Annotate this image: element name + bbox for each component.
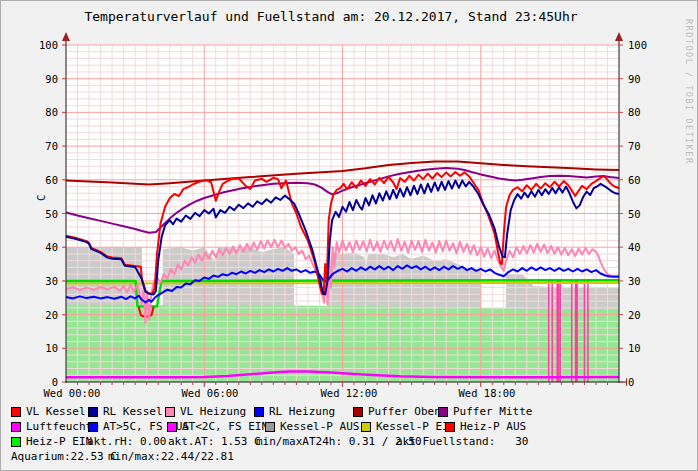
legend-swatch [438, 407, 448, 417]
legend-label: akt.Fuellstand: 30 [396, 435, 528, 448]
x-tick-label: Wed 18:00 [447, 387, 527, 399]
legend-item: min/max:22.44/22.81 [108, 450, 234, 463]
y-tick-label-left: 100 [20, 39, 58, 51]
legend-item: Luftfeuchte [11, 420, 99, 433]
legend-swatch [88, 422, 98, 432]
series-kessel_p_ein [66, 283, 619, 284]
y-tick-label-right: 80 [628, 106, 662, 118]
axis-arrow-right [626, 378, 627, 386]
legend-label: VL Heizung [180, 405, 246, 418]
legend-item: RL Kessel [88, 405, 163, 418]
x-tick-label: Wed 12:00 [309, 387, 389, 399]
y-tick-label-right: 90 [628, 73, 662, 85]
legend-label: Kessel-P EIN [376, 420, 455, 433]
legend-swatch [167, 422, 177, 432]
legend-item: Puffer Mitte [438, 405, 532, 418]
legend-swatch [353, 407, 363, 417]
legend-item: akt.rH: 0.00 [87, 435, 166, 448]
y-tick-label-right: 60 [628, 174, 662, 186]
legend-item: akt.AT: 1.53 C [168, 435, 261, 448]
legend-swatch [254, 407, 264, 417]
legend-item: RL Heizung [254, 405, 335, 418]
legend-swatch [11, 437, 21, 447]
legend-row: VL KesselRL KesselVL HeizungRL HeizungPu… [1, 405, 698, 420]
legend-swatch [361, 422, 371, 432]
legend-item: Puffer Oben [353, 405, 441, 418]
legend-label: Puffer Mitte [453, 405, 532, 418]
legend-swatch [11, 407, 21, 417]
stripe-at_lt_2c_fs_ein [551, 280, 553, 382]
y-tick-label-right: 50 [628, 208, 662, 220]
legend-item: VL Kessel [11, 405, 86, 418]
y-tick-label-right: 0 [628, 376, 662, 388]
y-tick-label-left: 40 [20, 241, 58, 253]
y-tick-label-left: 20 [20, 309, 58, 321]
chart-title: Temperaturverlauf und Fuellstand am: 20.… [1, 9, 661, 24]
chart-canvas [59, 31, 627, 391]
stripe-at_lt_2c_fs_ein [587, 280, 589, 382]
legend-item: VL Heizung [165, 405, 246, 418]
stripe-at_lt_2c_fs_ein [556, 280, 559, 382]
y-tick-label-left: 80 [20, 106, 58, 118]
legend-label: Heiz-P EIN [26, 435, 92, 448]
legend-item: Kessel-P AUS [265, 420, 359, 433]
legend-label: akt.rH: 0.00 [87, 435, 166, 448]
legend-label: RL Kessel [103, 405, 163, 418]
legend-item: Aquarium:22.53 C [11, 450, 117, 463]
y-tick-label-left: 60 [20, 174, 58, 186]
legend-label: min/max:22.44/22.81 [108, 450, 234, 463]
legend-label: Puffer Oben [368, 405, 441, 418]
x-tick-label: Wed 00:00 [32, 387, 112, 399]
legend-label: Aquarium:22.53 C [11, 450, 117, 463]
legend-label: Kessel-P AUS [280, 420, 359, 433]
stripe-at_lt_2c_fs_ein [559, 280, 561, 382]
legend-row: Heiz-P EINakt.rH: 0.00akt.AT: 1.53 Cmin/… [1, 435, 698, 450]
stripe-at_lt_2c_fs_ein [571, 280, 573, 382]
stripe-at_lt_2c_fs_ein [584, 280, 586, 382]
y-tick-label-right: 20 [628, 309, 662, 321]
y-tick-label-left: 30 [20, 275, 58, 287]
rrdtool-watermark: RRDTOOL / TOBI OETIKER [684, 19, 694, 165]
legend-swatch [11, 422, 21, 432]
axis-arrow-up-left [62, 32, 70, 41]
axis-arrow-up-right [615, 32, 623, 41]
legend-label: VL Kessel [26, 405, 86, 418]
stripe-at_lt_2c_fs_ein [575, 280, 578, 382]
legend-label: RL Heizung [269, 405, 335, 418]
stripe-at_lt_2c_fs_ein [548, 280, 550, 382]
x-tick-label: Wed 06:00 [170, 387, 250, 399]
y-tick-label-right: 10 [628, 342, 662, 354]
legend-item: AT<2C, FS EIN [167, 420, 268, 433]
y-tick-label-left: 50 [20, 208, 58, 220]
y-tick-label-left: 70 [20, 140, 58, 152]
legend-swatch [88, 407, 98, 417]
y-tick-label-left: 10 [20, 342, 58, 354]
y-tick-label-right: 100 [628, 39, 662, 51]
legend-label: AT<2C, FS EIN [182, 420, 268, 433]
legend-label: akt.AT: 1.53 C [168, 435, 261, 448]
legend-item: akt.Fuellstand: 30 [396, 435, 528, 448]
legend-item: Heiz-P AUS [445, 420, 526, 433]
y-tick-label-right: 70 [628, 140, 662, 152]
legend-swatch [265, 422, 275, 432]
rrdtool-graph: Temperaturverlauf und Fuellstand am: 20.… [0, 0, 698, 471]
y-axis-label: C [35, 195, 47, 201]
legend-row: Aquarium:22.53 Cmin/max:22.44/22.81 [1, 450, 698, 465]
legend-row: LuftfeuchteAT>5C, FS AUSAT<2C, FS EINKes… [1, 420, 698, 435]
legend-label: Heiz-P AUS [460, 420, 526, 433]
legend-swatch [165, 407, 175, 417]
y-tick-label-left: 90 [20, 73, 58, 85]
y-tick-label-right: 40 [628, 241, 662, 253]
y-tick-label-right: 30 [628, 275, 662, 287]
legend-item: Kessel-P EIN [361, 420, 455, 433]
legend-item: Heiz-P EIN [11, 435, 92, 448]
legend-swatch [445, 422, 455, 432]
